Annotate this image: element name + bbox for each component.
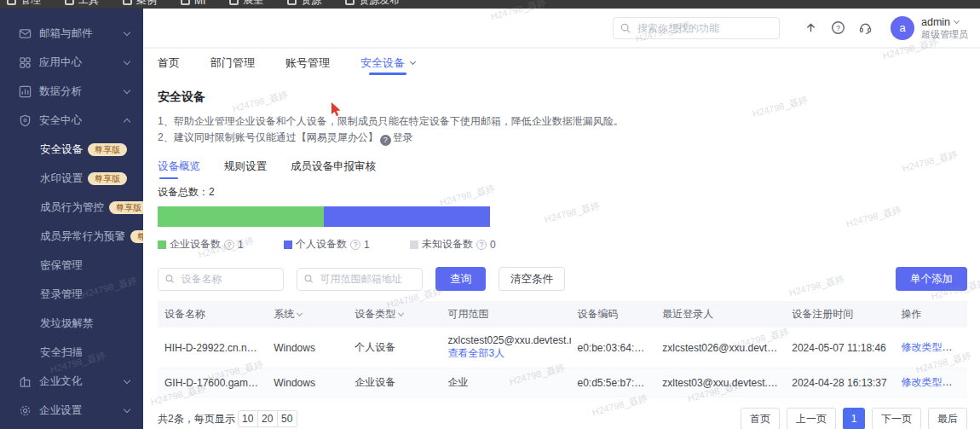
legend-item: 个人设备数? 1 [284,237,410,252]
device-type: 企业设备 [348,368,441,397]
sidebar-subitem[interactable]: 成员异常行为预警尊享版 [0,222,143,251]
page-button-1[interactable]: 1 [843,408,865,429]
add-single-device-button[interactable]: 单个添加 [896,267,967,291]
sidebar-subitem[interactable]: 成员行为管控尊享版 [0,193,143,222]
upgrade-icon[interactable] [797,20,824,35]
legend-item: 企业设备数? 1 [158,237,284,252]
sidebar-subitem[interactable]: 发垃圾解禁 [0,309,143,338]
table-row: GIH-D-17600.game.ntesWindows企业设备企业e0:d5:… [158,368,967,397]
sidebar-item-5[interactable]: 企业设置 [0,396,143,425]
help-circle-icon[interactable]: ? [224,240,234,250]
modify-type-link[interactable]: 修改类型 [902,341,953,353]
bookmark-item[interactable]: 资源发布 [345,0,400,8]
bar-segment [324,206,490,227]
column-header-系统[interactable]: 系统 [267,301,348,328]
bookmark-item[interactable]: 管理 [7,0,41,8]
filter-row: 查询 清空条件 单个添加 [158,267,967,291]
sidebar-item-2[interactable]: 数据分析 [0,77,143,106]
chevron-down-icon [124,86,130,93]
sidebar-subitem[interactable]: 安全扫描 [0,338,143,367]
subtab-成员设备申报审核[interactable]: 成员设备申报审核 [291,159,376,182]
page-button-上一页[interactable]: 上一页 [787,408,836,429]
tab-label: 安全设备 [360,55,405,71]
legend-value: 1 [364,239,370,251]
subtab-规则设置[interactable]: 规则设置 [224,159,267,182]
device-code: e0:d5:5e:b7:b3:3c [571,368,656,397]
scope-email-filter[interactable] [297,268,423,291]
column-header-设备类型[interactable]: 设备类型 [348,301,441,328]
device-system: Windows [267,328,348,368]
desc2-suffix: 登录 [393,131,413,143]
tab-账号管理[interactable]: 账号管理 [285,49,330,78]
sidebar-subitem[interactable]: 登录管理 [0,280,143,309]
sidebar-subitem-label: 安全扫描 [40,345,83,360]
support-headset-icon[interactable] [851,20,879,35]
bookmark-label: 资源 [301,0,321,8]
page-size-option[interactable]: 50 [277,410,297,427]
bookmark-folder-icon [7,0,16,5]
device-name-filter[interactable] [158,268,284,291]
tab-首页[interactable]: 首页 [158,49,180,78]
bookmark-item[interactable]: MI [181,0,205,7]
pagination-row: 共2条，每页显示 102050 首页上一页1下一页最后 [158,408,967,429]
query-button[interactable]: 查询 [435,267,486,291]
modify-type-link[interactable]: 修改类型 [902,376,953,388]
delete-link[interactable]: 删除 [957,376,968,388]
page-button-下一页[interactable]: 下一页 [872,408,921,429]
global-search-input[interactable] [636,21,772,35]
delete-link[interactable]: 删除 [957,341,968,353]
global-search[interactable] [613,17,780,39]
help-circle-icon[interactable]: ? [350,240,360,250]
sidebar-item-4[interactable]: 企业文化 [0,367,143,396]
premium-badge: 尊享版 [109,201,143,214]
legend-swatch [158,241,166,249]
column-header-可用范围: 可用范围 [441,301,571,328]
bookmark-item[interactable]: 工具 [65,0,99,8]
bookmark-folder-icon [65,0,74,5]
tab-安全设备[interactable]: 安全设备 [360,49,415,78]
bookmark-label: 展望 [243,0,263,8]
sidebar-subitem[interactable]: 密保管理 [0,251,143,280]
bookmark-item[interactable]: 资源 [287,0,321,8]
page-button-首页[interactable]: 首页 [741,408,780,429]
bookmark-label: 工具 [78,0,99,8]
sidebar-item-3[interactable]: 安全中心 [0,106,143,135]
help-circle-icon[interactable]: ? [476,240,487,250]
page-size-option[interactable]: 10 [238,410,258,427]
browser-bookmarks-bar: 管理工具案例MI展望资源资源发布 [0,0,980,9]
scope-email-input[interactable] [318,272,415,286]
page-button-最后[interactable]: 最后 [928,408,967,429]
bookmark-label: MI [194,0,205,7]
subtab-设备概览[interactable]: 设备概览 [158,159,200,182]
sidebar-item-label: 邮箱与邮件 [39,26,124,41]
tab-label: 部门管理 [210,55,255,71]
tab-部门管理[interactable]: 部门管理 [210,49,255,78]
sidebar-subitem[interactable]: 安全设备尊享版 [0,135,143,164]
help-icon[interactable]: ? [824,20,851,35]
apps-icon [19,56,32,69]
bookmark-item[interactable]: 展望 [229,0,263,8]
legend-swatch [410,241,418,249]
sort-chevron-icon[interactable] [297,310,303,316]
page-description-line1: 1、帮助企业管理企业设备和个人设备，限制成员只能在特定设备下使用邮箱，降低企业数… [158,113,967,130]
sidebar-subitem-label: 成员行为管控 [40,200,104,215]
device-name-input[interactable] [179,272,276,286]
sidebar-subitem[interactable]: 水印设置尊享版 [0,164,143,193]
sidebar-subitem-label: 安全设备 [40,142,83,157]
bookmark-folder-icon [123,0,132,5]
bookmark-item[interactable]: 案例 [123,0,157,8]
svg-text:?: ? [835,24,839,32]
sort-chevron-icon[interactable] [398,310,404,316]
last-login-user: zxlcstest026@xxu.devtest.net [655,328,785,368]
mail-icon [19,27,32,40]
premium-badge: 尊享版 [88,172,127,185]
help-circle-icon[interactable]: ? [380,135,391,146]
page-size-option[interactable]: 20 [257,410,278,427]
chevron-down-icon[interactable] [410,59,416,65]
user-menu[interactable]: a admin 超级管理员 [891,16,968,40]
clear-filters-button[interactable]: 清空条件 [499,267,565,291]
sidebar-item-1[interactable]: 应用中心 [0,48,143,77]
view-all-link[interactable]: 查看全部3人 [448,346,564,361]
sidebar-item-0[interactable]: 邮箱与邮件 [0,19,143,48]
column-header-设备名称: 设备名称 [158,301,267,328]
